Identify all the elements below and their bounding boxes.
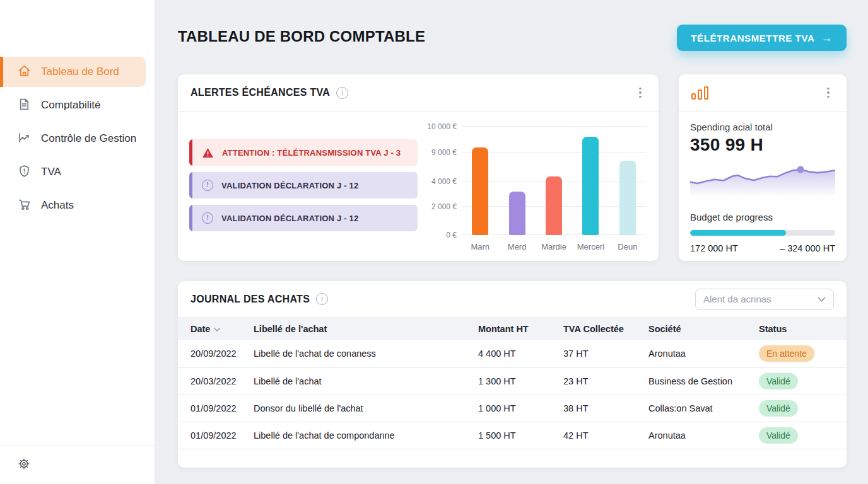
info-icon[interactable]: i [316,293,328,305]
budget-progress-fill [690,230,786,236]
sidebar-item-tva[interactable]: TVA [0,157,146,187]
cell-tva: 23 HT [563,367,648,395]
col-header-date[interactable]: Date [178,318,254,340]
col-header-tva[interactable]: TVA Collectée [563,318,648,340]
cell-montant: 1 300 HT [478,367,563,395]
cart-icon [18,198,31,214]
sidebar-item-label: Achats [41,199,74,212]
document-icon [18,98,31,113]
status-badge: Validé [759,400,798,417]
budget-range: 172 000 HT – 324 000 HT [690,243,835,253]
main-content: TABLEAU DE BORD COMPTABLE TÉLÉTRANSMETTR… [155,0,868,484]
col-header-montant[interactable]: Montant HT [478,318,563,340]
y-axis-tick: 0 € [423,231,457,239]
budget-range-end: – 324 000 HT [780,243,835,253]
bar-mercerl[interactable] [582,137,599,235]
budget-progress-bar[interactable] [690,230,835,236]
table-row[interactable]: 20/03/2022 Libellé de l'achat 1 300 HT 2… [178,367,847,395]
spending-card-body: Spending acial total 350 99 H [679,112,847,253]
table-row[interactable]: 01/09/2022 Libellé de l'achat de compond… [178,422,847,449]
col-header-status[interactable]: Status [759,318,847,340]
sidebar-item-label: Contrôle de Gestion [41,132,136,145]
x-axis-tick: Marn [462,242,498,251]
spending-card: Spending acial total 350 99 H [679,74,847,261]
chart-plot-area [462,127,646,235]
table-row[interactable]: 01/09/2022 Donsor du libellé de l'achat … [178,395,847,422]
alerts-card-header: ALERTES ÉCHÉANCES TVA i [178,74,659,112]
alert-text: ATTENTION : TÉLÉTRANSMISSION TVA J - 3 [222,148,401,158]
journal-card-title: JOURNAL DES ACHATS [191,294,310,305]
sidebar-item-tableau-de-bord[interactable]: Tableau de Bord [0,57,146,87]
cell-status: Validé [759,395,847,422]
sparkline-marker-dot [797,166,804,173]
sort-chevron-icon [214,328,220,331]
cell-date: 01/09/2022 [178,395,254,422]
table-row[interactable]: 20/09/2022 Libellé de l'achat de conanes… [178,340,847,367]
kebab-menu-icon[interactable] [823,85,834,101]
alerts-card-title: ALERTES ÉCHÉANCES TVA [191,87,330,98]
journal-filter-select[interactable]: Alent da acnnas [695,289,834,310]
cell-status: Validé [759,367,847,395]
sidebar-item-controle-de-gestion[interactable]: Contrôle de Gestion [0,124,146,154]
page-title: TABLEAU DE BORD COMPTABLE [178,28,425,45]
cell-date: 20/03/2022 [178,367,254,395]
alerts-card-body: ATTENTION : TÉLÉTRANSMISSION TVA J - 3 !… [178,112,659,258]
x-axis-tick: Mardie [536,242,572,251]
exclamation-circle-icon: ! [202,212,213,224]
x-axis-labels: Marn Merd Mardie Mercerl Deun [462,242,646,251]
cell-societe: Business de Gestion [648,367,759,395]
status-badge: Validé [759,427,798,444]
bar-mardie[interactable] [546,176,562,235]
cell-libelle: Libellé de l'achat de compondanne [254,422,478,449]
sidebar-item-label: Tableau de Bord [41,66,119,78]
app-root: Tableau de Bord Comptabilité Contrôle de… [0,0,868,484]
x-axis-tick: Mercerl [572,242,609,251]
y-axis-tick: 2 000 € [423,202,457,211]
alert-warning[interactable]: ! VALIDATION DÉCLARATION J - 12 [189,172,418,199]
bar-chart-icon [691,86,708,100]
shield-icon [18,164,31,180]
bar-marn[interactable] [472,147,488,235]
alert-danger[interactable]: ATTENTION : TÉLÉTRANSMISSION TVA J - 3 [189,139,418,166]
cell-montant: 1 500 HT [478,422,563,449]
info-icon[interactable]: i [336,87,348,99]
sidebar-item-achats[interactable]: Achats [0,190,146,221]
sidebar-item-comptabilite[interactable]: Comptabilité [0,90,146,120]
alerts-list: ATTENTION : TÉLÉTRANSMISSION TVA J - 3 !… [189,122,418,251]
cta-label: TÉLÉTRANSMETTRE TVA [691,33,814,43]
alert-warning[interactable]: ! VALIDATION DÉCLARATION J - 12 [189,205,418,231]
bar-deun[interactable] [619,161,636,235]
cell-montant: 1 000 HT [478,395,563,422]
col-header-libelle[interactable]: Libellé de l'achat [254,318,478,340]
exclamation-circle-icon: ! [202,180,213,191]
col-header-societe[interactable]: Société [648,318,759,340]
journal-table: Date Libellé de l'achat Montant HT TVA C… [178,318,847,449]
sidebar-nav: Tableau de Bord Comptabilité Contrôle de… [0,57,146,224]
tva-bar-chart: 0 € 2 000 € 4 000 € 9 000 € 10 000 € Mar… [423,122,650,251]
cell-societe: Aronutaa [648,422,759,449]
filter-select-value: Alent da acnnas [703,294,771,304]
budget-range-start: 172 000 HT [690,243,738,253]
cell-tva: 42 HT [563,422,648,449]
teletransmettre-tva-button[interactable]: TÉLÉTRANSMETTRE TVA → [677,25,847,51]
cell-societe: Collas:on Savat [648,395,759,422]
cell-montant: 4 400 HT [478,340,563,367]
gear-icon[interactable] [18,458,30,473]
x-axis-tick: Merd [498,242,535,251]
home-icon [18,64,31,80]
status-badge: Validé [759,373,798,389]
spending-value: 350 99 H [690,135,835,155]
cell-date: 01/09/2022 [178,422,254,449]
spending-label: Spending acial total [690,122,835,132]
line-chart-icon [18,131,31,147]
cell-status: En attente [759,340,847,367]
sidebar-item-label: TVA [41,166,61,178]
kebab-menu-icon[interactable] [635,85,646,101]
journal-table-header-row: Date Libellé de l'achat Montant HT TVA C… [178,318,847,340]
journal-card-header: JOURNAL DES ACHATS i Alent da acnnas [178,281,847,318]
spending-sparkline [690,160,835,195]
y-axis-tick: 10 000 € [423,122,457,131]
bar-merd[interactable] [509,192,525,235]
cell-libelle: Libellé de l'achat [254,367,478,395]
journal-card: JOURNAL DES ACHATS i Alent da acnnas Dat… [178,281,847,468]
